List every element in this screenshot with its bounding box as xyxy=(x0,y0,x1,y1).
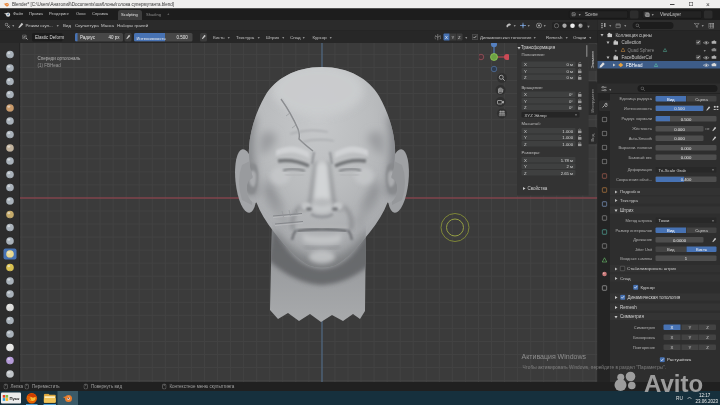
svg-text:▼: ▼ xyxy=(587,24,591,29)
svg-text:Avito: Avito xyxy=(644,370,703,395)
